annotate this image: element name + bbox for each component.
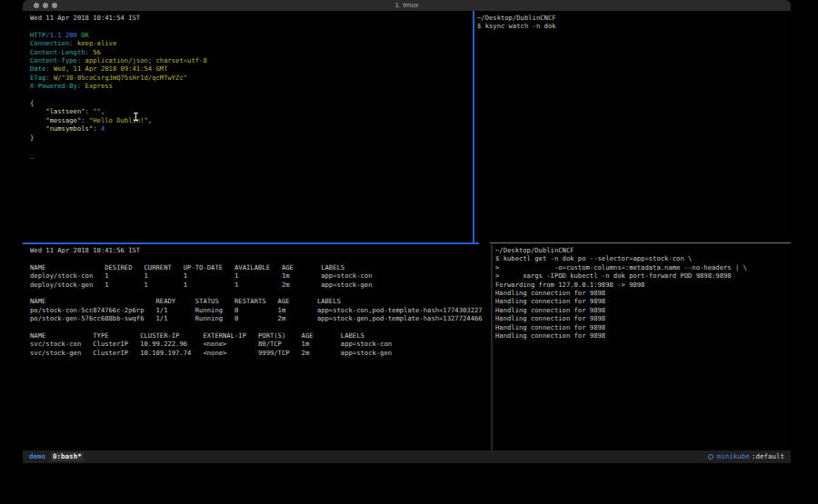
pane-divider-horizontal-right[interactable] <box>490 242 791 243</box>
terminal-line: > -o=custom-columns=:metadata.name --no-… <box>495 263 791 272</box>
terminal-line: po/stock-gen-576cc688bb-swqf6 1/1 Runnin… <box>30 314 498 322</box>
terminal-line <box>30 254 498 262</box>
terminal-line: Handling connection for 9898 <box>495 289 791 297</box>
terminal-line: Handling connection for 9898 <box>495 331 791 340</box>
pane-ksync[interactable]: ~/Desktop/DublinCNCF$ ksync watch -n dok <box>475 11 791 245</box>
terminal-line: "message": "Hello Dublin!", <box>30 116 479 124</box>
pane-divider-vertical-bottom[interactable] <box>491 244 493 450</box>
terminal-line: Handling connection for 9898 <box>495 314 791 322</box>
terminal-line: { <box>30 99 479 107</box>
terminal-line <box>30 323 498 331</box>
window-tab-bash[interactable]: 0:bash* <box>51 452 84 460</box>
terminal-line <box>30 22 479 30</box>
terminal-line: NAME DESIRED CURRENT UP-TO-DATE AVAILABL… <box>30 263 498 272</box>
terminal-line: $ ksync watch -n dok <box>477 22 791 30</box>
terminal-line: > xargs -IPOD kubectl -n dok port-forwar… <box>495 272 791 280</box>
terminal-line: po/stock-con-5cc874766c-2p6rp 1/1 Runnin… <box>30 306 498 314</box>
kube-namespace: :default <box>752 452 784 460</box>
terminal-line: Wed 11 Apr 2018 10:41:54 IST <box>30 14 479 22</box>
session-name: demo <box>29 452 45 460</box>
kubernetes-icon <box>708 454 713 460</box>
terminal-line: HTTP/1.1 200 OK <box>30 31 479 39</box>
terminal-line: deploy/stock-gen 1 1 1 1 2m app=stock-ge… <box>30 281 498 289</box>
terminal-line: "lastseen": "", <box>30 107 479 115</box>
pane-port-forward[interactable]: ~/Desktop/DublinCNCF$ kubectl get -n dok… <box>494 244 791 450</box>
tmux-content: Wed 11 Apr 2018 10:41:54 IST HTTP/1.1 20… <box>23 11 791 450</box>
terminal-line: Handling connection for 9898 <box>495 323 791 331</box>
terminal-line: "numsymbols": 4 <box>30 124 479 133</box>
status-right: minikube :default <box>708 452 784 460</box>
terminal-line: Forwarding from 127.0.0.1:9898 -> 9898 <box>495 281 791 289</box>
terminal-line <box>30 289 498 297</box>
terminal-line: ~/Desktop/DublinCNCF <box>477 14 791 22</box>
terminal-line: svc/stock-con ClusterIP 10.99.222.96 <no… <box>30 340 498 348</box>
terminal-line: Handling connection for 9898 <box>495 306 791 314</box>
mouse-cursor-bottom <box>134 120 138 121</box>
status-left: demo 0:bash* <box>29 452 84 460</box>
terminal-line: Connection: keep-alive <box>30 39 479 47</box>
terminal-line: Content-Length: 56 <box>30 48 479 56</box>
terminal-line: svc/stock-gen ClusterIP 10.109.197.74 <n… <box>30 349 498 357</box>
terminal-line: } <box>30 133 479 142</box>
tmux-status-bar: demo 0:bash* minikube :default <box>23 450 791 463</box>
terminal-line: ~/Desktop/DublinCNCF <box>495 246 791 254</box>
pane-http-response[interactable]: Wed 11 Apr 2018 10:41:54 IST HTTP/1.1 20… <box>23 11 479 245</box>
terminal-line: _ <box>30 151 479 159</box>
window-title: 1. tmux <box>23 1 791 9</box>
terminal-line: NAME TYPE CLUSTER-IP EXTERNAL-IP PORT(S)… <box>30 331 498 340</box>
terminal-line: Handling connection for 9898 <box>495 297 791 305</box>
terminal-line <box>30 142 479 150</box>
terminal-line: $ kubectl get -n dok po --selector=app=s… <box>495 254 791 262</box>
terminal-window: 1. tmux Wed 11 Apr 2018 10:41:54 IST HTT… <box>23 0 791 463</box>
mouse-cursor <box>134 113 138 121</box>
terminal-line <box>30 91 479 99</box>
terminal-line: Date: Wed, 11 Apr 2018 09:41:54 GMT <box>30 64 479 73</box>
desktop: 1. tmux Wed 11 Apr 2018 10:41:54 IST HTT… <box>0 0 818 504</box>
terminal-line: deploy/stock-con 1 1 1 1 1m app=stock-co… <box>30 272 498 280</box>
terminal-line: Content-Type: application/json; charset=… <box>30 56 479 64</box>
terminal-line: Wed 11 Apr 2018 10:41:56 IST <box>30 246 498 254</box>
pane-divider-vertical-top[interactable] <box>473 11 474 243</box>
pane-kubectl-get[interactable]: Wed 11 Apr 2018 10:41:56 IST NAME DESIRE… <box>23 244 498 450</box>
kube-context: minikube <box>717 452 750 460</box>
terminal-line: X-Powered-By: Express <box>30 82 479 90</box>
terminal-line: NAME READY STATUS RESTARTS AGE LABELS <box>30 297 498 305</box>
terminal-line: ETag: W/"38-05coCsrg3mQ75sHr1d/qcMTwYZc" <box>30 74 479 82</box>
